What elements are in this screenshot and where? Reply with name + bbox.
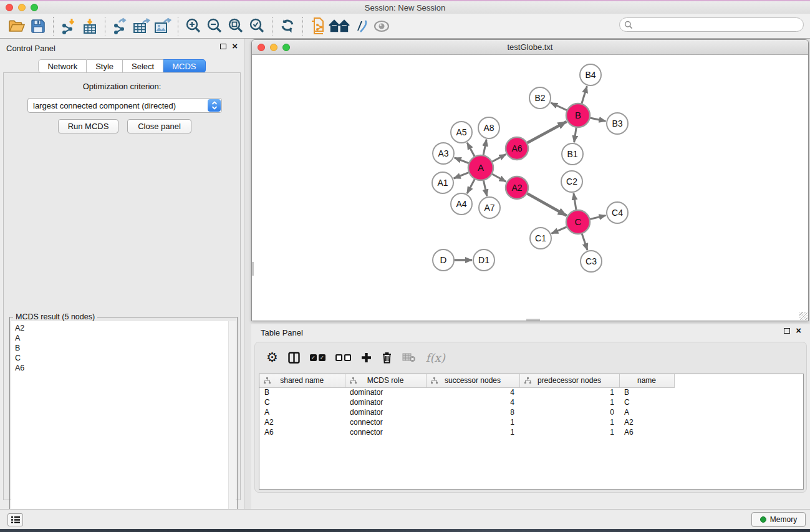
graph-node-A8[interactable]: A8	[478, 117, 499, 138]
table-row[interactable]: Bdominator41B	[259, 387, 674, 397]
zoom-in-icon[interactable]	[183, 16, 204, 36]
graph-node-B4[interactable]: B4	[580, 64, 601, 85]
cell-predecessor-nodes[interactable]: 1	[519, 417, 619, 427]
export-table-icon[interactable]	[131, 16, 152, 36]
save-session-icon[interactable]	[27, 16, 49, 36]
graph-node-A[interactable]: A	[468, 155, 493, 180]
import-table-icon[interactable]	[79, 16, 100, 36]
column-header-predecessor-nodes[interactable]: predecessor nodes	[519, 374, 619, 387]
export-network-icon[interactable]	[110, 16, 131, 36]
control-tab-mcds[interactable]: MCDS	[163, 59, 205, 73]
optimization-dropdown[interactable]: largest connected component (directed)	[27, 98, 222, 113]
function-builder-icon[interactable]: f(x)	[426, 351, 445, 364]
cell-name[interactable]: A6	[619, 427, 674, 437]
mcds-result-item[interactable]: C	[15, 353, 236, 363]
mcds-result-item[interactable]: B	[15, 343, 236, 353]
cell-successor-nodes[interactable]: 1	[426, 417, 519, 427]
dropdown-stepper-icon[interactable]	[208, 99, 221, 112]
delete-table-icon[interactable]	[402, 352, 416, 362]
delete-column-icon[interactable]	[382, 351, 392, 364]
control-tab-select[interactable]: Select	[123, 59, 163, 73]
open-session-icon[interactable]	[6, 16, 27, 36]
eye-icon[interactable]	[371, 16, 392, 36]
cell-shared-name[interactable]: A2	[259, 417, 345, 427]
graph-node-A4[interactable]: A4	[451, 193, 472, 215]
scrollbar-track[interactable]	[228, 321, 236, 531]
cell-successor-nodes[interactable]: 8	[426, 407, 519, 417]
cell-name[interactable]: A2	[619, 417, 674, 427]
control-tab-network[interactable]: Network	[38, 59, 87, 73]
gear-icon[interactable]: ⚙	[266, 351, 278, 364]
home-icon[interactable]	[329, 16, 350, 36]
table-row[interactable]: Adominator80A	[259, 407, 674, 417]
column-header-name[interactable]: name	[619, 374, 674, 387]
graph-node-D[interactable]: D	[433, 249, 454, 271]
cell-predecessor-nodes[interactable]: 0	[519, 407, 619, 417]
graph-node-C4[interactable]: C4	[607, 202, 628, 223]
mcds-result-item[interactable]: A2	[15, 323, 236, 333]
cell-shared-name[interactable]: A	[259, 407, 345, 417]
refresh-icon[interactable]	[277, 16, 298, 36]
network-canvas[interactable]: B4B2BB3A5A8A6A3B1AC2A1A2A4A7C4CC1C3DD1	[252, 55, 808, 321]
select-all-icon[interactable]: ✓✓	[310, 354, 325, 361]
graph-node-A1[interactable]: A1	[432, 172, 453, 193]
graph-node-A6[interactable]: A6	[506, 137, 528, 160]
horizontal-scrollbar[interactable]	[526, 319, 540, 321]
cell-MCDS-role[interactable]: dominator	[345, 407, 426, 417]
deselect-all-icon[interactable]	[335, 354, 351, 361]
cell-name[interactable]: B	[619, 387, 674, 397]
resize-grip[interactable]	[799, 312, 808, 320]
add-column-icon[interactable]	[361, 352, 372, 363]
cell-shared-name[interactable]: B	[259, 387, 345, 397]
cell-predecessor-nodes[interactable]: 1	[519, 427, 619, 437]
cell-MCDS-role[interactable]: dominator	[345, 397, 426, 407]
import-network-icon[interactable]	[58, 16, 79, 36]
graph-node-A2[interactable]: A2	[506, 177, 528, 199]
graph-node-A5[interactable]: A5	[451, 122, 472, 143]
column-header-MCDS-role[interactable]: MCDS role	[345, 374, 426, 387]
hide-labels-icon[interactable]	[350, 16, 371, 36]
task-history-button[interactable]	[7, 513, 23, 526]
cybrowser-icon[interactable]	[307, 16, 329, 36]
mcds-result-item[interactable]: A	[15, 333, 236, 343]
search-field[interactable]	[619, 17, 804, 32]
graph-node-A7[interactable]: A7	[479, 197, 500, 218]
column-header-successor-nodes[interactable]: successor nodes	[426, 374, 519, 387]
cell-name[interactable]: A	[619, 407, 674, 417]
cell-shared-name[interactable]: C	[259, 397, 345, 407]
network-window-titlebar[interactable]: testGlobe.txt	[252, 40, 808, 55]
graph-node-B2[interactable]: B2	[529, 87, 551, 109]
cell-shared-name[interactable]: A6	[259, 427, 345, 437]
float-panel-icon[interactable]	[220, 44, 226, 49]
cell-successor-nodes[interactable]: 4	[426, 387, 519, 397]
cell-MCDS-role[interactable]: connector	[345, 427, 426, 437]
graph-node-A3[interactable]: A3	[433, 143, 454, 164]
mcds-result-item[interactable]: A6	[15, 363, 236, 373]
graph-node-B1[interactable]: B1	[562, 143, 583, 165]
cell-predecessor-nodes[interactable]: 1	[519, 397, 619, 407]
graph-node-D1[interactable]: D1	[473, 249, 494, 271]
float-table-panel-icon[interactable]	[784, 328, 790, 334]
close-table-panel-icon[interactable]: ×	[796, 327, 801, 334]
table-row[interactable]: A2connector11A2	[259, 417, 674, 427]
graph-node-C2[interactable]: C2	[561, 171, 582, 192]
vertical-scrollbar[interactable]	[252, 262, 254, 276]
mcds-result-list[interactable]: A2ABCA6	[11, 321, 236, 531]
graph-node-C3[interactable]: C3	[581, 251, 602, 272]
table-row[interactable]: Cdominator41C	[259, 397, 674, 407]
zoom-selected-icon[interactable]	[246, 16, 268, 36]
zoom-out-icon[interactable]	[204, 16, 225, 36]
run-mcds-button[interactable]: Run MCDS	[58, 119, 118, 133]
graph-node-B[interactable]: B	[566, 104, 590, 127]
node-table[interactable]: shared nameMCDS rolesuccessor nodesprede…	[259, 374, 804, 490]
cell-predecessor-nodes[interactable]: 1	[519, 387, 619, 397]
search-input[interactable]	[633, 19, 803, 31]
export-image-icon[interactable]	[152, 16, 173, 36]
column-header-shared-name[interactable]: shared name	[259, 374, 345, 387]
cell-successor-nodes[interactable]: 4	[426, 397, 519, 407]
cell-name[interactable]: C	[619, 397, 674, 407]
table-row[interactable]: A6connector11A6	[259, 427, 674, 437]
graph-node-C[interactable]: C	[566, 210, 590, 234]
close-panel-icon[interactable]: ×	[232, 43, 238, 49]
graph-node-B3[interactable]: B3	[607, 113, 628, 134]
